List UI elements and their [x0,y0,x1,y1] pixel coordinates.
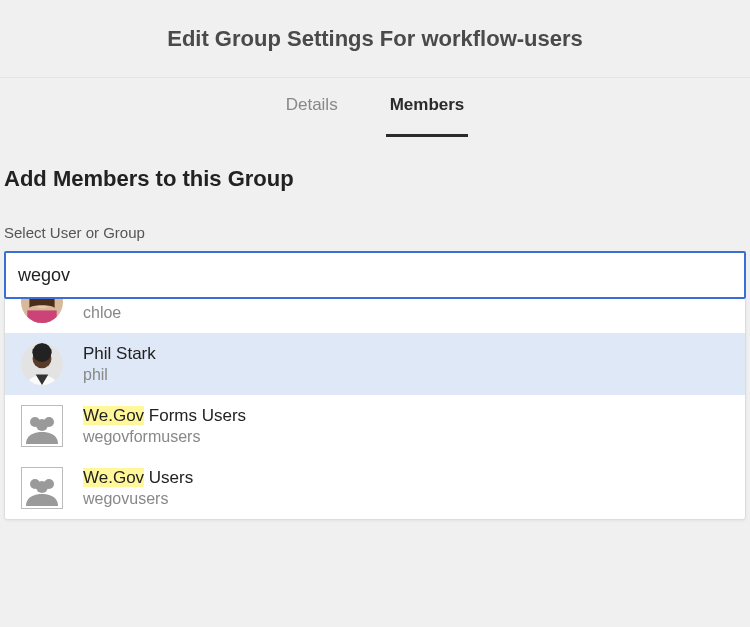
user-group-autocomplete: Chloe JohnsonchloePhil StarkphilWe.Gov F… [4,251,746,299]
section-heading: Add Members to this Group [4,166,746,192]
option-text: Chloe Johnsonchloe [83,299,196,322]
option-text: Phil Starkphil [83,344,156,384]
group-icon [21,405,63,447]
option-id: wegovusers [83,490,193,508]
autocomplete-option[interactable]: Chloe Johnsonchloe [5,299,745,333]
members-panel: Add Members to this Group Select User or… [0,148,750,299]
tab-details[interactable]: Details [284,89,340,137]
autocomplete-option[interactable]: Phil Starkphil [5,333,745,395]
svg-rect-2 [27,310,56,323]
page-title: Edit Group Settings For workflow-users [167,26,583,52]
option-id: phil [83,366,156,384]
svg-point-12 [36,481,48,493]
option-display-name: We.Gov Forms Users [83,406,246,426]
tab-bar: Details Members [0,78,750,148]
option-text: We.Gov Forms Userswegovformusers [83,406,246,446]
avatar [21,299,63,323]
option-id: chloe [83,304,196,322]
option-id: wegovformusers [83,428,246,446]
autocomplete-dropdown: Chloe JohnsonchloePhil StarkphilWe.Gov F… [4,299,746,520]
option-text: We.Gov Userswegovusers [83,468,193,508]
option-display-name: We.Gov Users [83,468,193,488]
dialog-header: Edit Group Settings For workflow-users [0,0,750,78]
tab-members[interactable]: Members [388,89,467,137]
option-display-name: Chloe Johnson [83,299,196,302]
autocomplete-option[interactable]: We.Gov Userswegovusers [5,457,745,519]
svg-point-9 [36,419,48,431]
group-icon [21,467,63,509]
svg-rect-6 [33,349,52,353]
search-input[interactable] [4,251,746,299]
option-display-name: Phil Stark [83,344,156,364]
autocomplete-option[interactable]: We.Gov Forms Userswegovformusers [5,395,745,457]
avatar [21,343,63,385]
search-label: Select User or Group [4,224,746,241]
